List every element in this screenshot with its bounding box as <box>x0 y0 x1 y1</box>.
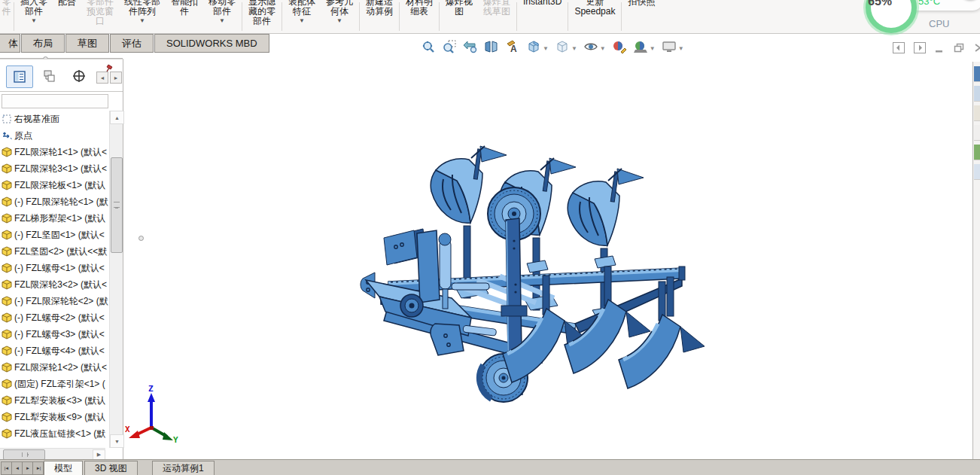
zoom-to-fit-button[interactable] <box>418 38 438 59</box>
plane-icon <box>2 114 13 124</box>
tree-item[interactable]: (-) FZL螺母<2> (默认< <box>0 309 110 326</box>
tab-3[interactable]: 评估 <box>110 34 154 53</box>
pushpin-icon[interactable] <box>105 62 114 76</box>
tree-item[interactable]: FZL犁安装板<3> (默认 <box>0 392 110 409</box>
model-beam-end-cap[interactable] <box>679 266 685 280</box>
model-hydraulic-cylinder[interactable] <box>440 239 451 289</box>
tree-item[interactable]: 原点 <box>0 127 110 144</box>
tree-item[interactable]: FZL坚固<2> (默认<<默 <box>0 243 110 260</box>
apply-scene-button[interactable]: ▼ <box>631 38 658 59</box>
tree-filter-box[interactable] <box>2 94 108 108</box>
toolbar-button-9[interactable]: 参考几 何体▼ <box>321 0 358 33</box>
tree-item[interactable]: (-) FZL螺母<3> (默认< <box>0 326 110 343</box>
toolbar-button-5[interactable]: 智能扣 件 <box>166 0 203 33</box>
task-pane-icon-3[interactable] <box>974 105 980 121</box>
chevron-down-icon: ▼ <box>219 18 225 24</box>
tree-item[interactable]: (-) FZL螺母<1> (默认< <box>0 260 110 276</box>
tab-assembly-partial[interactable]: 体 <box>0 34 20 53</box>
sheet-tab-1[interactable]: 模型 <box>44 461 83 475</box>
tree-item[interactable]: (-) FZL限深轮轮<1> (默 <box>0 193 110 210</box>
tree-item[interactable]: FZL梯形犁架<1> (默认 <box>0 210 110 227</box>
edit-appearance-button[interactable] <box>610 38 629 59</box>
tree-item[interactable]: (-) FZL限深轮轮<2> (默 <box>0 293 110 309</box>
previous-view-button[interactable] <box>461 38 480 59</box>
section-view-button[interactable] <box>482 38 501 59</box>
chevron-down-icon: ▼ <box>299 18 305 24</box>
task-pane-icon-5[interactable] <box>974 145 980 160</box>
hide-show-items-button[interactable]: ▼ <box>581 38 608 59</box>
tree-item[interactable]: FZL限深轮3<1> (默认< <box>0 160 110 177</box>
tab-2[interactable]: 草图 <box>65 34 109 53</box>
toolbar-button-10[interactable]: 新建运 动算例 <box>361 0 398 33</box>
tree-item[interactable]: (-) FZL螺母<4> (默认< <box>0 343 110 359</box>
cpu-temp-value: 53°C <box>918 0 940 7</box>
zoom-to-area-button[interactable] <box>440 38 459 59</box>
tab-4[interactable]: SOLIDWORKS MBD <box>154 34 269 53</box>
featuremanager-tab[interactable] <box>6 65 33 88</box>
toolbar-button-14[interactable]: Instant3D <box>518 0 567 33</box>
expand-button[interactable] <box>974 42 980 53</box>
scroll-down-button[interactable]: ▼ <box>110 434 124 448</box>
prev-tab-button[interactable]: ◄ <box>11 461 23 475</box>
toolbar-button-12[interactable]: 爆炸视 图 <box>440 0 478 33</box>
tree-item[interactable]: FZL犁安装板<9> (默认 <box>0 409 110 425</box>
chevron-down-icon: ▼ <box>678 45 684 52</box>
toolbar-separator <box>242 2 242 31</box>
task-pane-icon-4[interactable] <box>974 125 980 141</box>
tree-item[interactable]: (-) FZL坚固<1> (默认< <box>0 227 110 243</box>
tree-horizontal-scrollbar[interactable]: ▶ <box>0 448 105 460</box>
hscroll-thumb[interactable] <box>3 449 45 460</box>
pane-right-button[interactable] <box>914 42 926 53</box>
toolbar-button-15[interactable]: 更新 Speedpak <box>569 0 620 33</box>
toolbar-button-8[interactable]: 装配体 特征▼ <box>283 0 321 33</box>
toolbar-button-label: 智能扣 件 <box>171 0 198 17</box>
tree-item[interactable]: FZL限深轮板<1> (默认 <box>0 177 110 193</box>
toolbar-button-2[interactable]: 配合 <box>53 0 81 33</box>
view-settings-button[interactable]: ▼ <box>659 38 686 59</box>
toolbar-button-16[interactable]: 拍快照 <box>622 0 660 33</box>
graphics-area[interactable]: Z X Y <box>123 59 973 459</box>
task-pane-icon-6[interactable] <box>974 164 980 180</box>
pane-left-button[interactable] <box>893 42 905 53</box>
sheet-tab-3[interactable]: 运动算例1 <box>152 461 215 475</box>
document-window-controls <box>893 42 980 53</box>
toolbar-button-13[interactable]: 爆炸直 线草图 <box>478 0 516 33</box>
display-style-button[interactable]: ▼ <box>552 38 580 59</box>
view-orientation-button[interactable]: ▼ <box>524 38 551 59</box>
task-pane-icon-2[interactable] <box>974 86 980 102</box>
task-pane-icon-1[interactable] <box>974 66 980 82</box>
viewport-splitter-dot[interactable] <box>138 236 144 241</box>
tree-item-label: 右视基准面 <box>14 113 59 126</box>
tree-item[interactable]: (固定) FZL牵引架<1> ( <box>0 376 110 392</box>
next-tab-button[interactable]: ► <box>22 461 33 475</box>
displaymanager-tab[interactable] <box>36 65 62 87</box>
toolbar-button-3[interactable]: 零部件 预览窗 口 <box>81 0 119 33</box>
tree-item[interactable]: FZL限深轮1<2> (默认< <box>0 359 110 376</box>
scroll-thumb[interactable] <box>111 157 123 253</box>
configurationmanager-tab[interactable] <box>66 65 92 87</box>
annotation-views-button[interactable]: A <box>503 38 522 59</box>
toolbar-button-4[interactable]: 线性零部 件阵列▼ <box>119 0 166 33</box>
restore-button[interactable] <box>953 42 965 53</box>
first-tab-button[interactable]: |◄ <box>1 461 12 475</box>
tree-item[interactable]: 右视基准面 <box>0 111 110 127</box>
tree-item[interactable]: FZL液压缸链接<1> (默 <box>0 425 110 442</box>
toolbar-button-6[interactable]: 移动零 部件▼ <box>203 0 241 33</box>
sheet-tab-2[interactable]: 3D 视图 <box>84 461 138 475</box>
toolbar-button-7[interactable]: 显示隐 藏的零 部件 <box>243 0 281 33</box>
toolbar-button-1[interactable]: 插入零 部件▼ <box>15 0 53 33</box>
scroll-right-button[interactable]: ▶ <box>93 449 105 460</box>
toolbar-partial-button[interactable]: 零 件 <box>0 0 13 33</box>
assembly-model[interactable] <box>123 59 973 459</box>
tree-vertical-scrollbar[interactable]: ▲ ▼ <box>109 111 123 448</box>
display-style-icon <box>555 39 570 57</box>
minimize-button[interactable] <box>935 42 944 53</box>
tree-item[interactable]: FZL限深轮1<1> (默认< <box>0 144 110 160</box>
last-tab-button[interactable]: ►| <box>32 461 44 475</box>
toolbar-button-label: 参考几 何体 <box>326 0 353 17</box>
tab-1[interactable]: 布局 <box>21 34 65 53</box>
toolbar-partial-label: 零 件 <box>2 0 11 17</box>
tree-item[interactable]: FZL限深轮3<2> (默认< <box>0 276 110 293</box>
toolbar-button-11[interactable]: 材料明 细表 <box>400 0 438 33</box>
scroll-up-button[interactable]: ▲ <box>110 111 124 124</box>
